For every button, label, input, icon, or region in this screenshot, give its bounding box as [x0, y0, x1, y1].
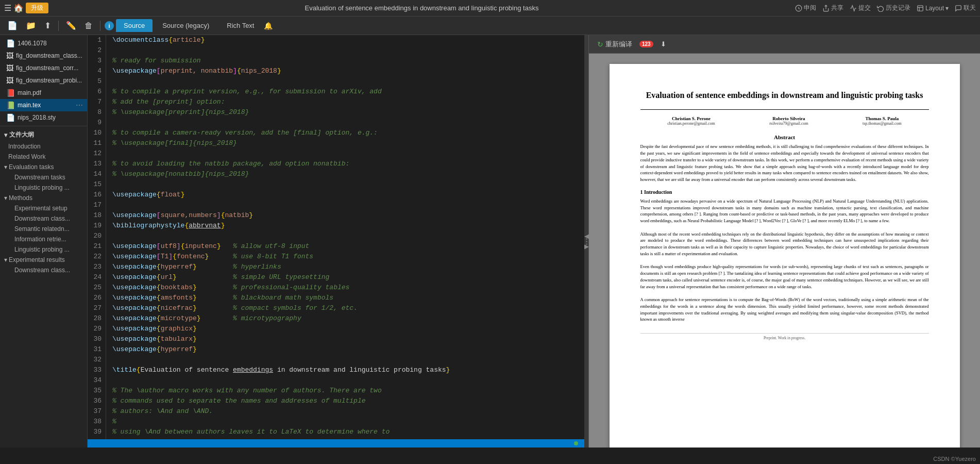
tab-rich-text[interactable]: Rich Text	[219, 19, 262, 32]
code-line-22: \usepackage[T1]{fontenc} % use 8-bit T1 …	[112, 252, 578, 262]
code-line-35: % The \author macro works with any numbe…	[112, 386, 578, 396]
upload-button[interactable]: ⬆	[41, 20, 54, 31]
csdn-watermark: CSDN ©Yuezero	[933, 456, 976, 462]
ln-37: 37	[92, 406, 102, 417]
outline-item-downstream-tasks[interactable]: Downstream tasks	[0, 172, 87, 183]
file-item-fig3[interactable]: 🖼 fig_downstream_probi...	[0, 74, 87, 87]
file-item-main-pdf[interactable]: 📕 main.pdf	[0, 87, 87, 99]
code-line-30: \usepackage{tabularx}	[112, 334, 578, 344]
code-line-23: \usepackage{hyperref} % hyperlinks	[112, 262, 578, 272]
share-button[interactable]: 共享	[822, 4, 843, 12]
pdf-abstract-body: Despite the fast developmental pace of n…	[640, 143, 929, 183]
code-line-20	[112, 231, 578, 241]
download-icon: ⬇	[661, 40, 666, 48]
edit-button[interactable]: ✏️	[63, 20, 79, 31]
bell-icon[interactable]: 🔔	[264, 22, 273, 30]
outline-item-semantic[interactable]: Semantic relatedn...	[0, 224, 87, 234]
outline-item-related-work[interactable]: Related Work	[0, 152, 87, 162]
code-line-33: \title{Evaluation of sentence embeddings…	[112, 365, 578, 375]
ln-38: 38	[92, 417, 102, 427]
file-item-fig2[interactable]: 🖼 fig_downstream_corr...	[0, 62, 87, 74]
file-item-1406[interactable]: 📄 1406.1078	[0, 37, 87, 49]
ln-21: 21	[92, 241, 102, 252]
expand-right-arrow[interactable]: ▶	[584, 243, 589, 250]
upgrade-button[interactable]: 升级	[26, 3, 48, 13]
author-name-3: Thomas S. Paula	[863, 116, 902, 121]
file-icon-fig1: 🖼	[6, 52, 13, 60]
file-name-1406: 1406.1078	[18, 40, 47, 47]
ln-17: 17	[92, 200, 102, 210]
outline-item-exp-results[interactable]: ▾ Experimental results	[0, 255, 87, 265]
pdf-paper-title: Evaluation of sentence embeddings in dow…	[640, 90, 929, 101]
layout-button[interactable]: Layout ▾	[917, 5, 949, 12]
ln-5: 5	[92, 76, 102, 87]
tab-source[interactable]: Source	[116, 19, 153, 32]
ln-23: 23	[92, 262, 102, 272]
pdf-intro-title: 1 Introduction	[640, 189, 929, 195]
ln-20: 20	[92, 231, 102, 241]
file-item-fig1[interactable]: 🖼 fig_downstream_class...	[0, 49, 87, 62]
ln-6: 6	[92, 87, 102, 97]
code-line-32	[112, 355, 578, 365]
file-icon-fig3: 🖼	[6, 76, 13, 85]
code-line-13: % to avoid loading the natbib package, a…	[112, 159, 578, 169]
file-item-main-tex[interactable]: 📗 main.tex ⋯	[0, 99, 87, 111]
outline-header[interactable]: ▾ 文件大纲	[0, 128, 87, 141]
expand-left-arrow[interactable]: ◀	[584, 233, 589, 240]
new-file-button[interactable]: 📄	[4, 20, 21, 31]
file-more-button[interactable]: ⋯	[76, 101, 83, 109]
download-button[interactable]: ⬇	[657, 39, 669, 49]
code-line-2	[112, 45, 578, 56]
code-editor[interactable]: 1 2 3 4 5 6 7 8 9 10 11 12 13 14 15 16 1…	[88, 35, 584, 439]
ln-9: 9	[92, 118, 102, 128]
main-toolbar: 📄 📁 ⬆ ✏️ 🗑 i Source Source (legacy) Rich…	[0, 16, 980, 35]
ln-36: 36	[92, 396, 102, 406]
file-item-nips[interactable]: 📄 nips_2018.sty	[0, 111, 87, 124]
outline-item-introduction[interactable]: Introduction	[0, 141, 87, 152]
code-content[interactable]: \documentclass{article} % ready for subm…	[106, 35, 584, 439]
ln-34: 34	[92, 375, 102, 386]
pdf-content-area[interactable]: Evaluation of sentence embeddings in dow…	[589, 54, 980, 448]
ln-33: 33	[92, 365, 102, 375]
tab-source-legacy[interactable]: Source (legacy)	[155, 19, 217, 32]
file-name-main-pdf: main.pdf	[18, 89, 41, 96]
menu-icon[interactable]: ☰	[4, 3, 11, 13]
pdf-authors: Christian S. Perone christian.perone@gma…	[640, 116, 929, 126]
window-title: Evaluation of sentence embeddings in dow…	[50, 4, 793, 12]
menu-item-home[interactable]: 🏠	[13, 3, 24, 13]
code-line-15	[112, 179, 578, 190]
outline-item-linguistic-probing-2[interactable]: Linguistic probing ...	[0, 244, 87, 255]
pdf-abstract-title: Abstract	[640, 134, 929, 140]
code-line-37: % authors: \And and \AND.	[112, 406, 578, 417]
outline-item-exp-setup[interactable]: Experimental setup	[0, 203, 87, 213]
history-button[interactable]: 历史记录	[877, 4, 910, 12]
outline-item-downstream-class-2[interactable]: Downstream class...	[0, 265, 87, 275]
ln-7: 7	[92, 97, 102, 107]
outline-item-linguistic-probing-1[interactable]: Linguistic probing ...	[0, 183, 87, 193]
ln-12: 12	[92, 148, 102, 159]
pdf-page: Evaluation of sentence embeddings in dow…	[610, 64, 960, 448]
pdf-author-3: Thomas S. Paula tsp.thomas@gmail.com	[863, 116, 902, 126]
code-line-26: \usepackage{amsfonts} % blackboard math …	[112, 293, 578, 303]
delete-button[interactable]: 🗑	[81, 20, 96, 31]
code-line-29: \usepackage{graphicx}	[112, 324, 578, 334]
svg-rect-2	[918, 5, 923, 11]
code-editor-area: 1 2 3 4 5 6 7 8 9 10 11 12 13 14 15 16 1…	[88, 35, 584, 448]
outline-item-info-retrieval[interactable]: Information retrie...	[0, 234, 87, 244]
refresh-compile-button[interactable]: ↻ 重新编译	[594, 39, 635, 50]
chat-button[interactable]: 联天	[955, 4, 976, 12]
file-sidebar: 📄 1406.1078 🖼 fig_downstream_class... 🖼 …	[0, 35, 88, 448]
submit-button[interactable]: 提交	[850, 4, 871, 12]
outline-item-downstream-class[interactable]: Downstream class...	[0, 213, 87, 224]
review-button[interactable]: 申阅	[795, 4, 816, 12]
ln-19: 19	[92, 221, 102, 231]
panel-splitter[interactable]: ◀ ▶	[584, 35, 588, 448]
open-folder-button[interactable]: 📁	[23, 20, 39, 31]
code-line-17	[112, 200, 578, 210]
code-line-12	[112, 148, 578, 159]
code-line-39: % using \And between authors leaves it t…	[112, 427, 578, 437]
outline-item-methods[interactable]: ▾ Methods	[0, 193, 87, 203]
outline-item-eval-tasks[interactable]: ▾ Evaluation tasks	[0, 162, 87, 172]
info-button[interactable]: i	[105, 21, 114, 30]
file-name-fig1: fig_downstream_class...	[16, 52, 82, 59]
